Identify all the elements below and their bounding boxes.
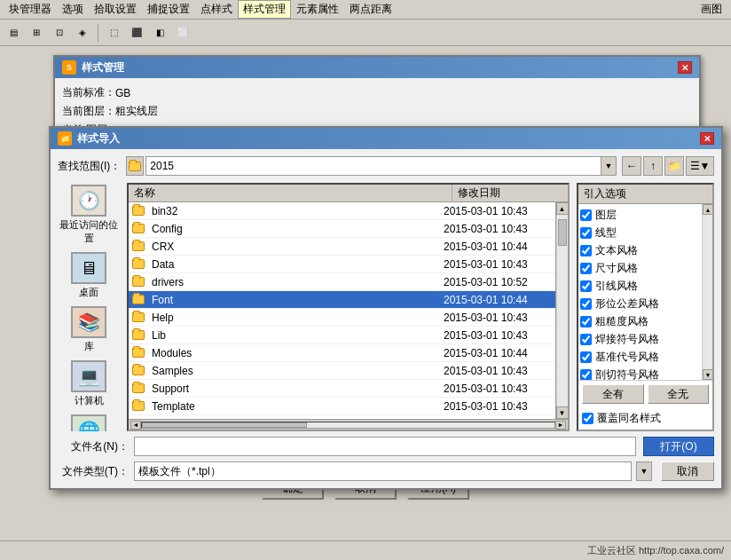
file-date: 2015-03-01 10:43	[440, 205, 555, 217]
option-item[interactable]: 粗糙度风格	[580, 312, 700, 330]
opt-scroll-up[interactable]: ▲	[703, 204, 712, 215]
location-combo-arrow[interactable]: ▼	[601, 156, 617, 176]
toolbar-icon-6[interactable]: ⬛	[127, 23, 146, 43]
location-combo[interactable]: 2015	[145, 156, 601, 176]
scroll-down-arrow[interactable]: ▼	[556, 406, 569, 419]
file-folder-icon	[130, 240, 146, 254]
option-item[interactable]: 线型	[580, 224, 700, 241]
draw-label: 画图	[696, 0, 727, 19]
none-btn[interactable]: 全无	[648, 384, 710, 404]
file-row[interactable]: Modules 2015-03-01 10:44	[129, 344, 555, 362]
shortcut-computer[interactable]: 💻 计算机	[69, 359, 108, 409]
file-row[interactable]: Support 2015-03-01 10:43	[129, 380, 555, 398]
file-row[interactable]: CRX 2015-03-01 10:44	[129, 238, 555, 256]
file-row[interactable]: Font 2015-03-01 10:44	[129, 291, 555, 309]
left-shortcuts: 🕐 最近访问的位置 🖥 桌面 📚 库	[58, 183, 120, 431]
import-dialog-title-bar: 📁 样式导入 ✕	[51, 128, 721, 149]
file-name: Support	[148, 383, 440, 395]
h-scroll-left[interactable]: ◄	[130, 421, 141, 430]
menu-element-properties[interactable]: 元素属性	[291, 0, 344, 19]
col-date-header: 修改日期	[452, 184, 568, 202]
menu-two-point-distance[interactable]: 两点距离	[344, 0, 397, 19]
file-row[interactable]: Help 2015-03-01 10:43	[129, 309, 555, 327]
option-item[interactable]: 焊接符号风格	[580, 330, 700, 348]
nav-new-folder-btn[interactable]: 📁	[664, 156, 684, 176]
shortcut-desktop[interactable]: 🖥 桌面	[69, 250, 108, 301]
h-scroll-right[interactable]: ►	[555, 421, 566, 430]
menu-options[interactable]: 选项	[57, 0, 89, 19]
open-btn[interactable]: 打开(O)	[643, 437, 714, 456]
filetype-combo-arrow[interactable]: ▼	[636, 461, 652, 481]
file-list-header: 名称 修改日期	[129, 185, 568, 202]
filetype-row: 文件类型(T)： 模板文件（*.tpl） ▼ 取消	[58, 461, 714, 481]
option-checkbox-8[interactable]	[580, 351, 592, 363]
file-name: Template	[148, 400, 440, 413]
toolbar-icon-1[interactable]: ▤	[4, 23, 23, 43]
file-row[interactable]: Template 2015-03-01 10:43	[129, 398, 555, 415]
file-row[interactable]: Lib 2015-03-01 10:43	[129, 327, 555, 344]
main-area: 🕐 最近访问的位置 🖥 桌面 📚 库	[58, 183, 714, 431]
file-row[interactable]: Data 2015-03-01 10:43	[129, 256, 555, 273]
options-btn-row: 全有 全无	[578, 380, 712, 407]
menu-pick-settings[interactable]: 拾取设置	[89, 0, 142, 19]
scroll-track[interactable]	[557, 215, 568, 406]
file-date: 2015-03-01 10:44	[440, 294, 555, 306]
option-checkbox-0[interactable]	[580, 209, 592, 221]
h-scrollbar-track[interactable]	[141, 422, 555, 429]
option-checkbox-9[interactable]	[580, 369, 592, 381]
nav-back-btn[interactable]: ←	[622, 156, 641, 176]
option-item[interactable]: 形位公差风格	[580, 295, 700, 312]
options-scrollbar[interactable]: ▲ ▼	[702, 204, 712, 380]
file-row[interactable]: bin32 2015-03-01 10:43	[129, 202, 555, 220]
filename-input[interactable]	[134, 437, 636, 456]
menu-block-manager[interactable]: 块管理器	[4, 0, 57, 19]
option-item[interactable]: 引线风格	[580, 277, 700, 295]
cover-same-style-checkbox[interactable]	[582, 413, 593, 424]
shortcut-network[interactable]: 🌐 网络	[69, 413, 108, 431]
toolbar-icon-2[interactable]: ⊞	[27, 23, 46, 43]
menu-point-style[interactable]: 点样式	[195, 0, 238, 19]
option-checkbox-6[interactable]	[580, 316, 592, 327]
option-item[interactable]: 剖切符号风格	[580, 366, 700, 380]
file-date: 2015-03-01 10:43	[440, 329, 555, 342]
toolbar-icon-8[interactable]: ⬜	[173, 23, 193, 43]
option-checkbox-7[interactable]	[580, 334, 592, 345]
option-item[interactable]: 尺寸风格	[580, 259, 700, 277]
file-folder-icon	[130, 399, 146, 414]
all-btn[interactable]: 全有	[582, 384, 644, 404]
h-scrollbar[interactable]: ◄ ►	[129, 419, 568, 430]
opt-scroll-down[interactable]: ▼	[703, 369, 712, 380]
menu-snap-settings[interactable]: 捕捉设置	[142, 0, 195, 19]
import-dialog-close-btn[interactable]: ✕	[700, 132, 714, 145]
file-list-scrollbar[interactable]: ▲ ▼	[555, 202, 568, 419]
toolbar-icon-3[interactable]: ⊡	[50, 23, 69, 43]
filetype-combo[interactable]: 模板文件（*.tpl）	[134, 461, 632, 481]
option-item[interactable]: 基准代号风格	[580, 348, 700, 366]
nav-view-btn[interactable]: ☰▼	[686, 156, 714, 176]
shortcut-library[interactable]: 📚 库	[69, 304, 108, 355]
shortcut-recent[interactable]: 🕐 最近访问的位置	[58, 183, 120, 247]
option-checkbox-1[interactable]	[580, 227, 592, 239]
toolbar-icon-7[interactable]: ◧	[150, 23, 169, 43]
file-name: Data	[148, 258, 440, 271]
toolbar-icon-5[interactable]: ⬚	[104, 23, 123, 43]
file-date: 2015-03-01 10:43	[440, 383, 555, 395]
style-manager-close-btn[interactable]: ✕	[678, 61, 692, 74]
option-checkbox-4[interactable]	[580, 280, 592, 292]
opt-scroll-track[interactable]	[703, 215, 712, 369]
cancel-btn[interactable]: 取消	[661, 461, 714, 481]
option-checkbox-5[interactable]	[580, 298, 592, 310]
option-item[interactable]: 文本风格	[580, 241, 700, 259]
menu-style-manager[interactable]: 样式管理	[238, 0, 291, 19]
scroll-up-arrow[interactable]: ▲	[556, 202, 569, 215]
toolbar-icon-4[interactable]: ◈	[73, 23, 92, 43]
option-checkbox-2[interactable]	[580, 245, 592, 256]
file-row[interactable]: Samples 2015-03-01 10:43	[129, 362, 555, 380]
option-label-1: 线型	[595, 225, 617, 241]
file-row[interactable]: drivers 2015-03-01 10:52	[129, 273, 555, 291]
option-item[interactable]: 图层	[580, 206, 700, 224]
file-row[interactable]: Config 2015-03-01 10:43	[129, 220, 555, 238]
option-checkbox-3[interactable]	[580, 263, 592, 274]
nav-up-btn[interactable]: ↑	[643, 156, 663, 176]
option-label-6: 粗糙度风格	[595, 314, 648, 329]
